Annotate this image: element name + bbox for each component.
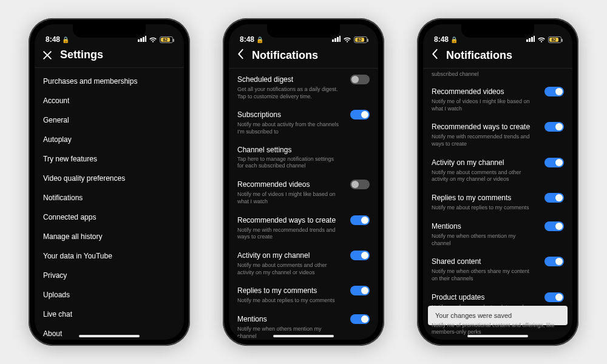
notif-item-activity-channel[interactable]: Activity on my channel Notify me about c… [423, 153, 572, 188]
settings-item-notifications[interactable]: Notifications [35, 188, 184, 207]
notif-item-recommended-videos[interactable]: Recommended videos Notify me of videos I… [423, 82, 572, 117]
notif-item-scheduled-digest[interactable]: Scheduled digest Get all your notificati… [229, 70, 378, 105]
notif-desc: Notify me when others mention my channel [432, 233, 564, 247]
screen-2: 8:48 🔒 82 Notifications [229, 24, 378, 340]
notif-desc: Notify me when others mention my channel [237, 326, 370, 340]
notif-desc: Notify me about activity from the channe… [237, 121, 370, 135]
toggle-activity-channel[interactable] [544, 158, 564, 167]
toggle-shared-content[interactable] [544, 257, 564, 266]
notif-desc: Notify me with recommended trends and wa… [432, 133, 564, 147]
orientation-lock-icon: 🔒 [62, 36, 69, 43]
settings-item-try-new[interactable]: Try new features [35, 149, 184, 169]
notif-item-subscriptions[interactable]: Subscriptions Notify me about activity f… [229, 105, 378, 140]
settings-item-general[interactable]: General [35, 110, 184, 130]
settings-content[interactable]: Purchases and memberships Account Genera… [35, 68, 184, 340]
home-indicator[interactable] [467, 335, 528, 337]
battery-icon: 82 [548, 36, 561, 43]
notif-title: Subscriptions [237, 110, 281, 119]
notif-title: Shared content [432, 257, 481, 266]
notifications-list: Recommended videos Notify me of videos I… [423, 81, 572, 324]
settings-item-history[interactable]: Manage all history [35, 227, 184, 246]
settings-item-connected-apps[interactable]: Connected apps [35, 207, 184, 227]
settings-item-uploads[interactable]: Uploads [35, 285, 184, 305]
settings-header: Settings [35, 45, 184, 68]
toggle-recommended-videos[interactable] [350, 180, 370, 189]
notif-title: Recommended videos [237, 180, 310, 189]
status-time: 8:48 [434, 35, 449, 44]
orientation-lock-icon: 🔒 [256, 36, 263, 43]
back-icon[interactable] [430, 49, 439, 62]
notif-item-shared-content[interactable]: Shared content Notify me when others sha… [423, 252, 572, 287]
notifications-list: Scheduled digest Get all your notificati… [229, 69, 378, 340]
settings-item-privacy[interactable]: Privacy [35, 266, 184, 285]
notif-desc: Notify me about replies to my comments [432, 204, 564, 212]
partial-scrolled-text: subscribed channel [423, 69, 572, 81]
notif-title: Channel settings [237, 146, 291, 154]
notif-title: Mentions [237, 315, 267, 323]
notif-item-mentions[interactable]: Mentions Notify me when others mention m… [423, 217, 572, 252]
notch [461, 24, 534, 38]
notifications-content[interactable]: subscribed channel Recommended videos No… [423, 69, 572, 340]
notif-item-recommended-create[interactable]: Recommended ways to create Notify me wit… [423, 117, 572, 152]
notif-item-replies[interactable]: Replies to my comments Notify me about r… [229, 281, 378, 309]
toggle-activity-channel[interactable] [350, 251, 370, 260]
wifi-icon [343, 36, 351, 42]
settings-item-video-quality[interactable]: Video quality preferences [35, 169, 184, 188]
settings-item-autoplay[interactable]: Autoplay [35, 130, 184, 149]
battery-level: 82 [549, 38, 558, 42]
settings-list: Purchases and memberships Account Genera… [35, 68, 184, 340]
toggle-recommended-videos[interactable] [544, 87, 564, 96]
settings-item-about[interactable]: About [35, 324, 184, 340]
battery-level: 82 [355, 38, 364, 42]
notif-desc: Notify me about replies to my comments [237, 297, 370, 305]
status-time: 8:48 [46, 35, 60, 44]
toggle-recommended-create[interactable] [544, 122, 564, 132]
toggle-mentions[interactable] [544, 221, 564, 231]
notif-desc: Notify me when others share my content o… [432, 268, 564, 282]
notif-desc: Notify me with recommended trends and wa… [237, 227, 370, 241]
notif-title: Replies to my comments [237, 286, 317, 295]
toggle-replies[interactable] [544, 193, 564, 203]
battery-level: 82 [161, 38, 170, 42]
notif-title: Recommended ways to create [432, 123, 530, 131]
screen-3: 8:48 🔒 82 Notifications subscribed chann… [423, 24, 572, 340]
screen-1: 8:48 🔒 82 Settings Purchases and members… [35, 24, 184, 340]
home-indicator[interactable] [79, 335, 140, 337]
toggle-scheduled-digest[interactable] [350, 75, 370, 84]
notif-title: Activity on my channel [237, 251, 310, 260]
notif-title: Activity on my channel [432, 158, 504, 167]
battery-icon: 82 [354, 36, 367, 43]
notch [267, 24, 340, 38]
toggle-recommended-create[interactable] [350, 215, 370, 225]
notif-item-channel-settings[interactable]: Channel settings Tap here to manage noti… [229, 141, 378, 175]
wifi-icon [149, 36, 157, 42]
page-title: Settings [60, 49, 103, 61]
toggle-subscriptions[interactable] [350, 110, 370, 120]
home-indicator[interactable] [273, 335, 334, 337]
toggle-replies[interactable] [350, 286, 370, 295]
notif-title: Recommended ways to create [237, 216, 336, 224]
notifications-content[interactable]: Scheduled digest Get all your notificati… [229, 69, 378, 340]
notif-desc: Notify me of videos I might like based o… [237, 191, 370, 205]
toggle-product-updates[interactable] [544, 292, 564, 302]
status-time: 8:48 [240, 35, 254, 44]
notif-title: Product updates [432, 293, 484, 302]
back-icon[interactable] [236, 49, 245, 62]
settings-item-live-chat[interactable]: Live chat [35, 305, 184, 324]
notif-desc: Notify me of videos I might like based o… [432, 98, 564, 112]
notif-item-replies[interactable]: Replies to my comments Notify me about r… [423, 188, 572, 217]
settings-item-purchases[interactable]: Purchases and memberships [35, 72, 184, 91]
notif-item-recommended-create[interactable]: Recommended ways to create Notify me wit… [229, 211, 378, 246]
toggle-mentions[interactable] [350, 314, 370, 324]
phone-frame-3: 8:48 🔒 82 Notifications subscribed chann… [417, 18, 578, 346]
settings-item-account[interactable]: Account [35, 91, 184, 110]
notifications-header: Notifications [423, 45, 572, 69]
close-icon[interactable] [42, 50, 53, 61]
notif-title: Scheduled digest [237, 75, 293, 84]
notif-item-activity-channel[interactable]: Activity on my channel Notify me about c… [229, 246, 378, 281]
wifi-icon [537, 36, 546, 42]
notif-title: Replies to my comments [432, 194, 511, 202]
settings-item-your-data[interactable]: Your data in YouTube [35, 246, 184, 266]
notif-item-recommended-videos[interactable]: Recommended videos Notify me of videos I… [229, 175, 378, 210]
partial-item-under-toast: Notify me of promotional content and off… [432, 322, 564, 336]
